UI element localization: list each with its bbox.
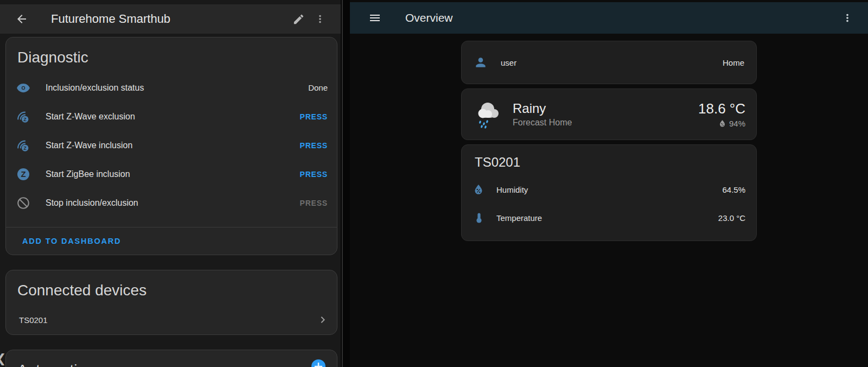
sensor-card-ts0201: TS0201 Humidity 64.5% Temperature 23.0 °… (461, 144, 757, 241)
pencil-icon (292, 13, 305, 26)
dots-vertical-icon (841, 12, 853, 24)
row-temperature[interactable]: Temperature 23.0 °C (462, 204, 756, 232)
temperature-icon (473, 212, 484, 224)
weather-condition: Rainy (513, 101, 698, 116)
hamburger-icon (368, 11, 381, 24)
row-stop-inclusion[interactable]: Stop inclusion/exclusion PRESS (6, 188, 337, 217)
user-state: Home (723, 58, 744, 67)
stop-icon (16, 196, 30, 210)
device-name: TS0201 (19, 315, 316, 325)
row-label: Start Z-Wave exclusion (46, 112, 300, 122)
add-to-dashboard-button[interactable]: ADD TO DASHBOARD (22, 237, 121, 245)
panel-divider (341, 0, 350, 367)
row-inclusion-status[interactable]: Inclusion/exclusion status Done (6, 73, 337, 102)
row-value: Done (308, 83, 328, 92)
person-icon (474, 55, 488, 69)
left-app-bar: Futurehome Smarthub (0, 4, 341, 34)
weather-temperature: 18.6 °C (698, 100, 745, 117)
zwave-icon: Z (16, 138, 30, 153)
edit-button[interactable] (288, 8, 309, 30)
overflow-menu-button[interactable] (309, 8, 331, 30)
row-label: Start Z-Wave inclusion (46, 141, 300, 150)
zwave-icon: Z (16, 110, 30, 124)
add-automation-button[interactable] (311, 359, 326, 367)
row-label: Inclusion/exclusion status (46, 83, 308, 93)
zigbee-icon: Z (16, 167, 30, 181)
dashboard-overflow-menu-button[interactable] (837, 7, 858, 29)
row-label: Stop inclusion/exclusion (46, 198, 300, 208)
back-gesture-indicator: ❮ (0, 352, 6, 366)
page-title: Futurehome Smarthub (51, 12, 288, 26)
chevron-right-icon (316, 313, 329, 326)
press-button-disabled: PRESS (300, 199, 328, 207)
right-app-bar: Overview (350, 2, 868, 34)
weather-humidity: 94% (729, 119, 745, 128)
svg-text:Z: Z (24, 116, 27, 122)
connected-devices-title: Connected devices (6, 270, 337, 300)
user-label: user (501, 58, 723, 67)
dashboard-title: Overview (405, 11, 837, 24)
user-entity-card[interactable]: user Home (461, 41, 757, 84)
press-button[interactable]: PRESS (300, 170, 328, 179)
sensor-value: 23.0 °C (718, 213, 745, 223)
row-zwave-inclusion[interactable]: Z Start Z-Wave inclusion PRESS (6, 131, 337, 160)
diagnostic-card: Diagnostic Inclusion/exclusion status Do… (5, 37, 337, 255)
sensor-label: Temperature (496, 213, 718, 223)
row-humidity[interactable]: Humidity 64.5% (462, 175, 756, 204)
weather-subtitle: Forecast Home (513, 118, 698, 128)
sensor-card-title: TS0201 (462, 155, 756, 175)
weather-card[interactable]: Rainy Forecast Home 18.6 °C 94% (461, 88, 757, 140)
back-button[interactable] (11, 8, 33, 30)
row-zigbee-inclusion[interactable]: Z Start ZigBee inclusion PRESS (6, 160, 337, 188)
connected-devices-card: Connected devices TS0201 (5, 270, 337, 335)
humidity-icon (718, 119, 726, 128)
row-zwave-exclusion[interactable]: Z Start Z-Wave exclusion PRESS (6, 102, 337, 131)
plus-circle-icon (311, 359, 326, 367)
automations-title: Automations (6, 350, 113, 367)
svg-text:Z: Z (21, 169, 25, 179)
dashboard-panel: Overview user Home (350, 0, 868, 367)
automations-card: Automations (5, 350, 337, 367)
row-label: Start ZigBee inclusion (46, 169, 300, 179)
sensor-label: Humidity (496, 185, 722, 194)
menu-button[interactable] (364, 7, 386, 29)
device-link-ts0201[interactable]: TS0201 (6, 305, 337, 334)
svg-text:Z: Z (24, 145, 27, 150)
press-button[interactable]: PRESS (300, 141, 328, 150)
weather-rainy-icon (473, 99, 501, 130)
humidity-icon (473, 184, 484, 195)
eye-icon (16, 81, 30, 95)
arrow-back-icon (15, 12, 28, 26)
sensor-value: 64.5% (722, 185, 745, 194)
press-button[interactable]: PRESS (300, 112, 328, 121)
diagnostic-card-title: Diagnostic (6, 37, 337, 67)
device-config-panel: Futurehome Smarthub Diagnostic Inclusion… (0, 0, 341, 367)
dots-vertical-icon (314, 13, 326, 25)
